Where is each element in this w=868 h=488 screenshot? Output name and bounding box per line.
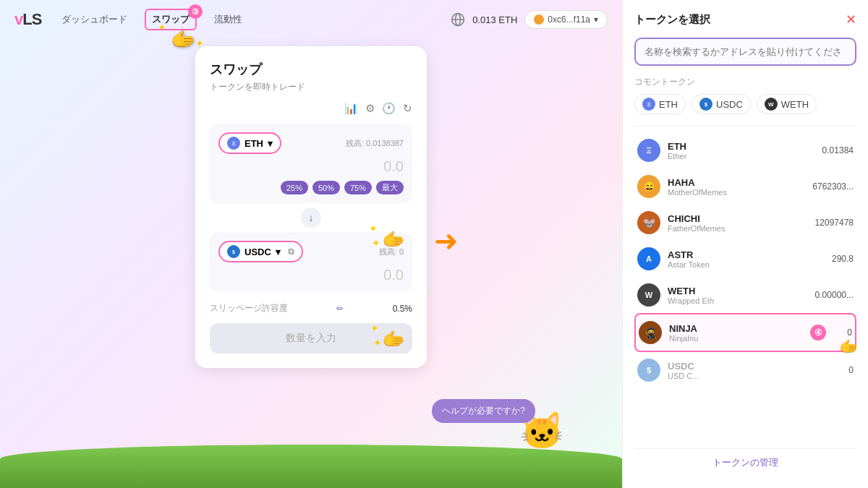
globe-icon[interactable] — [451, 12, 465, 27]
copy-icon[interactable]: ⧉ — [288, 247, 294, 257]
swap-card: スワップ トークンを即時トレード 📊 ⚙ 🕐 ↻ Ξ ETH ▾ 残高: 0.0… — [195, 46, 427, 368]
dropdown-arrow2: ▾ — [276, 247, 281, 257]
btn-25[interactable]: 25% — [281, 181, 308, 194]
from-balance: 残高: 0.0138387 — [346, 138, 404, 149]
eth-balance: 0.013 ETH — [472, 14, 517, 25]
weth-balance: 0.00000... — [815, 290, 854, 300]
common-tokens-label: コモントークン — [634, 76, 856, 88]
dropdown-arrow: ▾ — [268, 138, 273, 149]
token-item-chichi[interactable]: 🐭 CHICHI FatherOfMemes 12097478 — [634, 205, 856, 241]
token-selector-panel: トークンを選択 ✕ コモントークン Ξ ETH $ USDC W WETH Ξ … — [622, 0, 868, 488]
ninja-logo: 🥷 — [639, 321, 662, 344]
nav-right: 0.013 ETH 0xc6...f11a ▾ — [451, 10, 608, 29]
token-info-haha: HAHA MotherOfMemes — [668, 177, 812, 197]
from-token-selector[interactable]: Ξ ETH ▾ — [218, 132, 281, 154]
common-token-weth[interactable]: W WETH — [757, 94, 817, 114]
btn-50[interactable]: 50% — [312, 181, 340, 194]
eth-chip-icon: Ξ — [642, 98, 655, 111]
swap-subtitle: トークンを即時トレード — [210, 81, 412, 93]
token-list: Ξ ETH Ether 0.01384 😄 HAHA MotherOfMemes… — [634, 132, 856, 445]
chichi-logo: 🐭 — [637, 211, 660, 234]
astr-logo: A — [637, 247, 660, 270]
hand-cursor-usdc: 🫱 — [382, 328, 405, 351]
eth-logo: Ξ — [637, 139, 660, 162]
token-search-input[interactable] — [634, 38, 856, 66]
token-info-usdc: USDC USD C... — [668, 361, 848, 380]
to-token-selector[interactable]: $ USDC ▾ ⧉ — [218, 241, 303, 262]
swap-toolbar: 📊 ⚙ 🕐 ↻ — [210, 102, 412, 115]
eth-icon: Ξ — [227, 137, 240, 150]
sparkle-usdc1: ✦ — [370, 322, 379, 334]
sparkle-eth1: ✦ — [369, 223, 378, 234]
left-panel: vLS ダッシュボード スワップ ③ 流動性 0.013 ETH 0xc6...… — [0, 0, 622, 488]
token-item-eth[interactable]: Ξ ETH Ether 0.01384 — [634, 132, 856, 168]
common-token-usdc[interactable]: $ USDC — [692, 94, 751, 114]
swap-title: スワップ — [210, 61, 412, 78]
eth-balance-amount: 0.01384 — [822, 145, 854, 155]
haha-balance: 6762303... — [812, 181, 854, 192]
from-token-box: Ξ ETH ▾ 残高: 0.0138387 0.0 25% 50% 75% 最大 — [210, 124, 412, 203]
haha-logo: 😄 — [637, 175, 660, 198]
slippage-label: スリッページ許容度 — [210, 302, 288, 314]
common-token-eth[interactable]: Ξ ETH — [634, 94, 686, 114]
chevron-down-icon: ▾ — [594, 14, 598, 25]
btn-max[interactable]: 最大 — [376, 181, 404, 194]
navbar: vLS ダッシュボード スワップ ③ 流動性 0.013 ETH 0xc6...… — [0, 0, 622, 39]
history-icon[interactable]: 🕐 — [382, 102, 396, 115]
hand-cursor-swap: 🫱 — [171, 27, 196, 51]
step3-badge: ③ — [188, 4, 203, 19]
hand-cursor-eth: 🫱 — [382, 228, 405, 251]
panel-header: トークンを選択 ✕ — [634, 12, 856, 27]
astr-balance: 290.8 — [832, 254, 854, 264]
app-logo: vLS — [14, 10, 41, 29]
nav-dashboard[interactable]: ダッシュボード — [56, 10, 133, 29]
manage-tokens-link[interactable]: トークンの管理 — [634, 448, 856, 476]
swap-arrow-button[interactable]: ↓ — [301, 207, 321, 228]
chart-icon[interactable]: 📊 — [344, 102, 358, 115]
nav-links: ダッシュボード スワップ ③ 流動性 — [56, 9, 248, 30]
token-info-astr: ASTR Astar Token — [668, 249, 832, 269]
slippage-value: 0.5% — [393, 304, 412, 314]
token-item-astr[interactable]: A ASTR Astar Token 290.8 — [634, 241, 856, 277]
sparkle-usdc2: ✦ — [373, 337, 382, 348]
settings-icon[interactable]: ⚙ — [365, 102, 375, 115]
to-amount: 0.0 — [218, 267, 404, 283]
usdc-logo: $ — [637, 359, 660, 382]
arrow-right-annotation: ➜ — [434, 224, 459, 257]
panel-title: トークンを選択 — [634, 13, 710, 27]
usdc-icon: $ — [227, 245, 240, 258]
step4-badge: ④ — [810, 325, 826, 341]
token-item-ninja[interactable]: 🥷 NINJA NinjaInu 0 ④ 🫱 — [634, 313, 856, 352]
close-button[interactable]: ✕ — [846, 12, 856, 27]
swap-direction: ↓ — [210, 207, 412, 228]
chichi-balance: 12097478 — [815, 218, 854, 228]
from-amount: 0.0 — [218, 158, 404, 175]
token-info-eth: ETH Ether — [668, 141, 822, 160]
wallet-button[interactable]: 0xc6...f11a ▾ — [524, 10, 608, 29]
sparkle-eth2: ✦ — [372, 237, 380, 249]
slippage-row: スリッページ許容度 ✏ 0.5% — [210, 302, 412, 314]
weth-logo: W — [637, 283, 660, 307]
edit-slippage-icon[interactable]: ✏ — [336, 304, 344, 314]
percent-buttons: 25% 50% 75% 最大 — [218, 181, 404, 194]
weth-chip-icon: W — [765, 98, 778, 111]
divider — [634, 126, 856, 127]
usdc-balance-amount: 0 — [848, 365, 854, 375]
token-item-usdc[interactable]: $ USDC USD C... 0 — [634, 352, 856, 388]
token-info-weth: WETH Wrapped Eth — [668, 286, 815, 305]
nav-liquidity[interactable]: 流動性 — [208, 10, 248, 29]
token-info-chichi: CHICHI FatherOfMemes — [668, 213, 815, 233]
token-item-haha[interactable]: 😄 HAHA MotherOfMemes 6762303... — [634, 168, 856, 205]
help-bubble[interactable]: ヘルプが必要ですか? — [432, 399, 535, 423]
common-tokens: Ξ ETH $ USDC W WETH — [634, 94, 856, 114]
usdc-chip-icon: $ — [699, 98, 712, 111]
btn-75[interactable]: 75% — [344, 181, 372, 194]
token-item-weth[interactable]: W WETH Wrapped Eth 0.00000... — [634, 277, 856, 313]
refresh-icon[interactable]: ↻ — [403, 102, 412, 115]
ninja-balance: 0 — [847, 328, 852, 338]
